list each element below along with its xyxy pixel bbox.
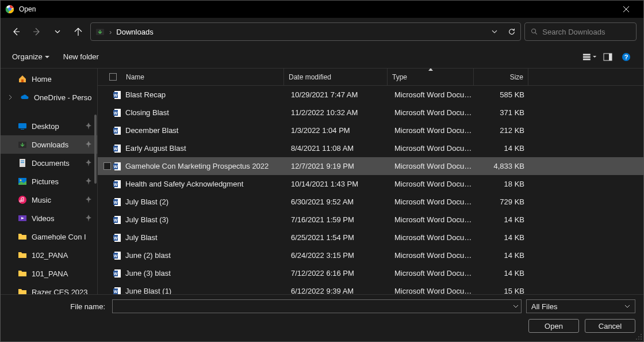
file-name: Gamehole Con Marketing Prospectus 2022 (125, 162, 286, 170)
file-name: Closing Blast (125, 108, 286, 117)
file-type: Microsoft Word Docum... (390, 233, 476, 242)
svg-point-59 (638, 336, 639, 337)
filename-input[interactable] (112, 299, 522, 313)
back-button[interactable] (7, 23, 25, 40)
caret-down-icon (593, 55, 596, 59)
chevron-down-icon[interactable] (513, 303, 519, 309)
recent-dropdown[interactable] (49, 23, 66, 40)
svg-rect-11 (21, 79, 24, 82)
folder-icon (18, 177, 27, 186)
new-folder-button[interactable]: New folder (62, 50, 100, 63)
forward-button[interactable] (28, 23, 45, 40)
refresh-icon[interactable] (508, 28, 516, 36)
sidebar-item-razer-ces-2023[interactable]: Razer CES 2023 (1, 283, 97, 294)
file-date: 7/12/2022 6:16 PM (286, 269, 390, 278)
file-list: Name Date modified Type Size WBlast Reca… (97, 69, 643, 294)
sidebar-item-label: Downloads (32, 140, 80, 149)
file-size: 14 KB (476, 144, 529, 153)
word-doc-icon: W (113, 90, 122, 100)
file-row[interactable]: WEarly August Blast8/4/2021 11:08 AMMicr… (98, 139, 643, 157)
sidebar-scrollbar[interactable] (94, 115, 97, 184)
folder-icon (18, 287, 27, 294)
help-button[interactable]: ? (619, 50, 633, 64)
file-list-body[interactable]: WBlast Recap10/29/2021 7:47 AMMicrosoft … (98, 86, 643, 294)
pin-icon (85, 159, 93, 167)
file-row[interactable]: WJune (3) blast7/12/2022 6:16 PMMicrosof… (98, 264, 643, 282)
sidebar-item-downloads[interactable]: Downloads (1, 135, 97, 154)
close-button[interactable] (613, 1, 639, 18)
file-row[interactable]: WClosing Blast11/2/2022 10:32 AMMicrosof… (98, 104, 643, 121)
file-row[interactable]: WJuly Blast (2)6/30/2021 9:52 AMMicrosof… (98, 193, 643, 211)
sidebar-item-label: Music (32, 196, 80, 204)
sidebar-item-102-pana[interactable]: 102_PANA (1, 246, 97, 264)
preview-pane-button[interactable] (601, 50, 615, 64)
file-size: 371 KB (476, 108, 529, 117)
word-doc-icon: W (113, 215, 122, 225)
select-all-checkbox[interactable] (109, 73, 117, 81)
cloud-icon (20, 93, 29, 102)
column-date[interactable]: Date modified (284, 69, 388, 85)
row-checkbox[interactable] (103, 162, 111, 170)
filetype-filter[interactable]: All Files (526, 299, 635, 313)
sidebar-item-label: 102_PANA (32, 251, 97, 260)
file-date: 6/30/2021 9:52 AM (286, 197, 390, 206)
search-box[interactable] (524, 22, 637, 41)
file-date: 7/16/2021 1:59 PM (286, 215, 390, 224)
svg-text:W: W (114, 254, 118, 258)
file-type: Microsoft Word Docum... (390, 162, 476, 170)
folder-icon (18, 195, 27, 204)
resize-grip-icon[interactable] (635, 333, 642, 340)
file-type: Microsoft Word Docum... (390, 108, 476, 117)
address-bar[interactable]: › Downloads (90, 22, 521, 41)
sidebar-onedrive[interactable]: OneDrive - Perso (1, 88, 97, 107)
breadcrumb-current[interactable]: Downloads (116, 28, 487, 36)
sidebar-item-label: Gamehole Con I (32, 233, 97, 241)
file-row[interactable]: WGamehole Con Marketing Prospectus 20221… (98, 157, 643, 175)
file-row[interactable]: WJuly Blast (3)7/16/2021 1:59 PMMicrosof… (98, 211, 643, 229)
file-row[interactable]: WJune (2) blast6/24/2022 3:15 PMMicrosof… (98, 246, 643, 264)
cancel-button[interactable]: Cancel (585, 319, 635, 333)
up-button[interactable] (70, 23, 87, 40)
sidebar-item-videos[interactable]: Videos (1, 209, 97, 227)
file-size: 4,833 KB (476, 162, 529, 170)
organize-menu[interactable]: Organize (11, 50, 51, 63)
file-row[interactable]: WBlast Recap10/29/2021 7:47 AMMicrosoft … (98, 86, 643, 104)
column-name[interactable]: Name (101, 69, 284, 85)
sidebar-home[interactable]: Home (1, 70, 97, 88)
file-row[interactable]: WHealth and Safety Acknowledgment10/14/2… (98, 175, 643, 193)
chevron-down-icon[interactable] (492, 29, 497, 35)
open-button[interactable]: Open (528, 319, 579, 333)
file-size: 14 KB (476, 215, 529, 224)
file-size: 14 KB (476, 251, 529, 260)
svg-rect-4 (583, 54, 591, 55)
svg-text:W: W (114, 147, 118, 151)
sidebar-item-pictures[interactable]: Pictures (1, 172, 97, 191)
file-size: 18 KB (476, 180, 529, 188)
word-doc-icon: W (113, 126, 122, 135)
file-date: 1/3/2022 1:04 PM (286, 126, 390, 135)
file-type: Microsoft Word Docum... (390, 215, 476, 224)
search-icon (531, 28, 538, 36)
sidebar-item-101-pana[interactable]: 101_PANA (1, 264, 97, 283)
folder-icon (18, 121, 27, 131)
file-row[interactable]: WJune Blast (1)6/12/2022 9:39 AMMicrosof… (98, 282, 643, 294)
chrome-icon (5, 5, 14, 14)
column-type[interactable]: Type (388, 69, 474, 85)
sidebar-item-label: Pictures (32, 177, 80, 186)
svg-rect-6 (583, 58, 591, 60)
sidebar-item-label: Razer CES 2023 (32, 288, 97, 295)
file-name: July Blast (2) (125, 197, 286, 206)
search-input[interactable] (542, 28, 630, 36)
sidebar-item-desktop[interactable]: Desktop (1, 117, 97, 135)
file-row[interactable]: WDecember Blast1/3/2022 1:04 PMMicrosoft… (98, 121, 643, 139)
svg-text:W: W (114, 200, 118, 204)
sidebar-item-documents[interactable]: Documents (1, 154, 97, 172)
view-menu[interactable] (582, 50, 596, 64)
file-date: 11/2/2022 10:32 AM (286, 108, 390, 117)
file-name: June (2) blast (125, 251, 286, 260)
sidebar-item-music[interactable]: Music (1, 191, 97, 209)
file-date: 8/4/2021 11:08 AM (286, 144, 390, 153)
sidebar-item-gamehole-con-i[interactable]: Gamehole Con I (1, 227, 97, 246)
file-row[interactable]: WJuly Blast6/25/2021 1:54 PMMicrosoft Wo… (98, 229, 643, 246)
column-size[interactable]: Size (474, 69, 528, 85)
